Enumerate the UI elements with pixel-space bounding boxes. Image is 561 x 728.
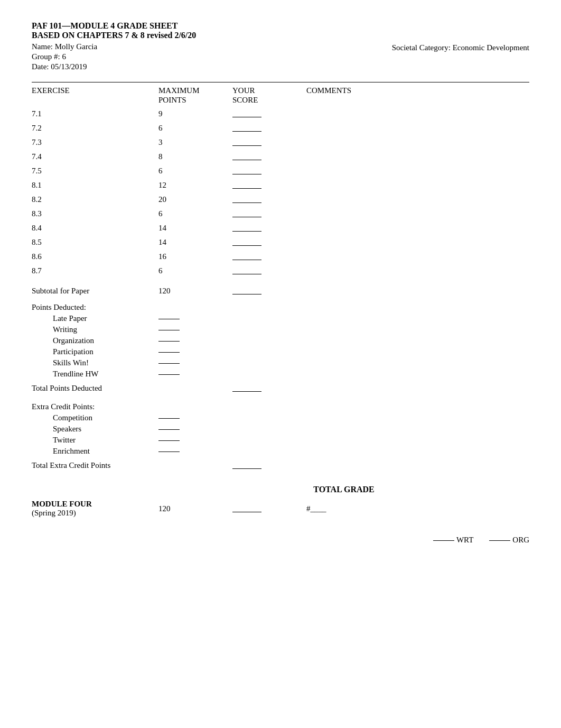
max-points-header: MAXIMUMPOINTS — [158, 86, 232, 105]
hash-prefix: #____ — [306, 504, 326, 513]
info-left: Name: Molly Garcia Group #: 6 Date: 05/1… — [32, 42, 97, 72]
extra-credit-item: Enrichment — [32, 446, 529, 457]
exercise-label: 7.3 — [32, 138, 158, 147]
org-blank[interactable] — [489, 540, 510, 541]
table-row: 7.4 8 — [32, 150, 529, 164]
date-label: Date: — [32, 62, 49, 71]
exercise-label: 8.7 — [32, 266, 158, 275]
extra-credit-score-field[interactable] — [158, 429, 180, 430]
exercise-label: 7.1 — [32, 109, 158, 118]
deduction-score-field[interactable] — [158, 341, 180, 342]
exercise-label: 8.6 — [32, 252, 158, 261]
org-item: ORG — [489, 536, 529, 545]
max-pts-value: 12 — [158, 181, 232, 190]
wrt-blank[interactable] — [433, 540, 454, 541]
score-field[interactable] — [232, 224, 306, 233]
max-pts-value: 9 — [158, 109, 232, 118]
score-field[interactable] — [232, 195, 306, 204]
extra-credit-section: Extra Credit Points: Competition Speaker… — [32, 402, 529, 457]
exercise-label: 8.2 — [32, 195, 158, 204]
wrt-item: WRT — [433, 536, 473, 545]
deduction-label: Skills Win! — [53, 358, 158, 367]
table-row: 8.3 6 — [32, 207, 529, 221]
wrt-label: WRT — [456, 536, 473, 545]
extra-credit-score-field[interactable] — [158, 418, 180, 419]
group-line: Group #: 6 — [32, 52, 97, 61]
table-row: 7.1 9 — [32, 107, 529, 121]
score-field[interactable] — [232, 138, 306, 147]
info-row: Name: Molly Garcia Group #: 6 Date: 05/1… — [32, 42, 529, 72]
deduction-score-field[interactable] — [158, 374, 180, 375]
exercise-label: 8.3 — [32, 209, 158, 218]
score-field[interactable] — [232, 209, 306, 218]
score-field[interactable] — [232, 167, 306, 176]
deduction-item: Writing — [32, 324, 529, 335]
deduction-score-field[interactable] — [158, 330, 180, 330]
table-row: 8.4 14 — [32, 221, 529, 235]
date-value: 05/13/2019 — [51, 62, 87, 71]
max-pts-value: 6 — [158, 167, 232, 176]
total-extra-label: Total Extra Credit Points — [32, 461, 158, 470]
subtotal-score-field[interactable] — [232, 287, 306, 296]
deduction-item: Organization — [32, 335, 529, 346]
max-pts-value: 20 — [158, 195, 232, 204]
subtotal-max-pts: 120 — [158, 287, 232, 296]
title-line1: PAF 101—MODULE 4 GRADE SHEET — [32, 21, 529, 31]
group-label: Group #: — [32, 52, 60, 61]
total-deducted-score-field[interactable] — [232, 384, 306, 393]
total-extra-credit-row: Total Extra Credit Points — [32, 457, 529, 474]
module-row: MODULE FOUR (Spring 2019) 120 #____ — [32, 497, 529, 520]
score-field[interactable] — [232, 181, 306, 190]
your-score-header: YOURSCORE — [232, 86, 306, 105]
extra-credit-score-field[interactable] — [158, 440, 180, 441]
max-pts-value: 6 — [158, 124, 232, 133]
title-block: PAF 101—MODULE 4 GRADE SHEET BASED ON CH… — [32, 21, 529, 40]
score-field[interactable] — [232, 124, 306, 133]
score-field[interactable] — [232, 152, 306, 161]
societal-label: Societal Category: — [392, 43, 451, 52]
module-max-pts: 120 — [158, 504, 232, 513]
max-pts-value: 16 — [158, 252, 232, 261]
extra-credit-score-field[interactable] — [158, 451, 180, 452]
deduction-score-field[interactable] — [158, 352, 180, 353]
total-grade-section: TOTAL GRADE MODULE FOUR (Spring 2019) 12… — [32, 485, 529, 520]
total-deducted-row: Total Points Deducted — [32, 380, 529, 397]
deduction-score-field[interactable] — [158, 319, 180, 319]
wrt-org-footer: WRT ORG — [32, 536, 529, 545]
exercise-table: 7.1 9 7.2 6 7.3 3 7.4 8 7.5 6 8.1 12 — [32, 107, 529, 278]
name-value: Molly Garcia — [55, 42, 97, 51]
table-row: 8.7 6 — [32, 264, 529, 278]
max-pts-value: 3 — [158, 138, 232, 147]
societal-category: Societal Category: Economic Development — [392, 42, 529, 72]
org-label: ORG — [512, 536, 529, 545]
comments-header: COMMENTS — [306, 86, 529, 105]
score-field[interactable] — [232, 266, 306, 275]
total-grade-header: TOTAL GRADE — [32, 485, 529, 494]
table-row: 7.2 6 — [32, 121, 529, 135]
total-extra-score-field[interactable] — [232, 461, 306, 470]
score-field[interactable] — [232, 238, 306, 247]
module-label: MODULE FOUR (Spring 2019) — [32, 500, 158, 518]
exercise-label: 8.4 — [32, 224, 158, 233]
score-field[interactable] — [232, 252, 306, 261]
title-line2: BASED ON CHAPTERS 7 & 8 revised 2/6/20 — [32, 31, 529, 40]
score-field[interactable] — [232, 109, 306, 118]
extra-credit-label: Twitter — [53, 436, 158, 445]
date-line: Date: 05/13/2019 — [32, 62, 97, 71]
max-pts-value: 8 — [158, 152, 232, 161]
exercise-label: 7.4 — [32, 152, 158, 161]
name-line: Name: Molly Garcia — [32, 42, 97, 51]
module-hash-field: #____ — [306, 504, 529, 513]
table-row: 7.3 3 — [32, 135, 529, 150]
column-headers: EXERCISE MAXIMUMPOINTS YOURSCORE COMMENT… — [32, 82, 529, 107]
deduction-label: Trendline HW — [53, 370, 158, 379]
module-score-field[interactable] — [232, 504, 306, 513]
deductions-header: Points Deducted: — [32, 303, 529, 312]
extra-credit-item: Speakers — [32, 423, 529, 435]
table-row: 8.6 16 — [32, 250, 529, 264]
max-pts-value: 14 — [158, 224, 232, 233]
table-row: 8.2 20 — [32, 192, 529, 207]
deduction-score-field[interactable] — [158, 363, 180, 364]
exercise-label: 7.5 — [32, 167, 158, 176]
exercise-label: 8.5 — [32, 238, 158, 247]
